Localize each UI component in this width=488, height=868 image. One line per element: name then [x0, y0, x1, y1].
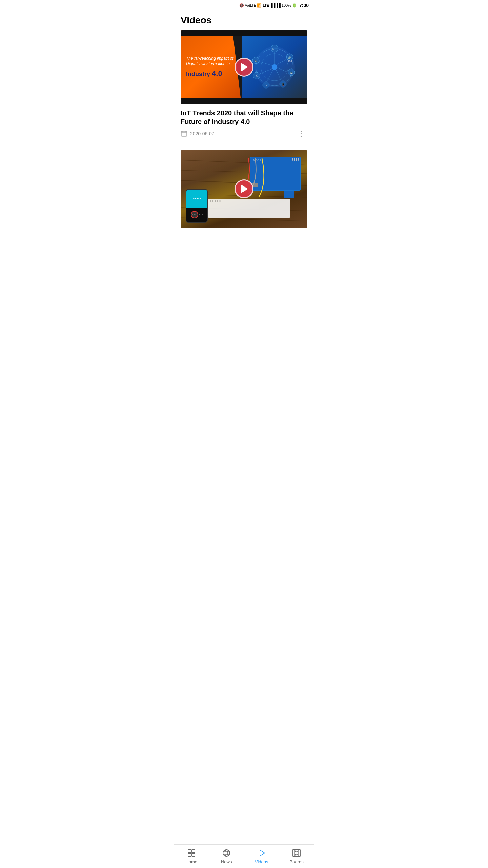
- letterbox-bottom: [181, 98, 307, 104]
- video-thumbnail-1[interactable]: The far-reaching impact of Digital Trans…: [181, 30, 307, 104]
- svg-text:IoT: IoT: [288, 59, 293, 63]
- iot-sphere-svg: ✈ 🔗 💻 📱 ☁ ⚙ 🔊 IoT: [252, 45, 297, 89]
- volte-icon: Vo)LTE: [245, 4, 256, 7]
- svg-text:💻: 💻: [290, 71, 293, 74]
- phone-device: 25.438 OFF 572: [186, 189, 208, 223]
- letterbox-top: [181, 30, 307, 36]
- breadboard: [208, 199, 290, 218]
- lte-icon: LTE: [263, 4, 269, 7]
- status-bar: 🔇 Vo)LTE 📶 LTE ▐▐▐▐ 100% 🔋 7:00: [174, 0, 314, 9]
- svg-rect-32: [185, 134, 186, 134]
- more-options-1[interactable]: ⋮: [295, 130, 307, 138]
- page-title: Videos: [174, 9, 314, 30]
- mute-icon: 🔇: [239, 3, 244, 8]
- video-date-text-1: 2020-06-07: [190, 131, 215, 136]
- thumbnail-main-title: Industry 4.0: [186, 69, 236, 78]
- video-title-1: IoT Trends 2020 that will Shape the Futu…: [181, 108, 307, 126]
- play-button-2[interactable]: [235, 179, 253, 198]
- video-card-2: MEGA: [181, 150, 307, 228]
- svg-rect-31: [184, 134, 185, 134]
- svg-text:📱: 📱: [281, 83, 284, 86]
- video-card-1: The far-reaching impact of Digital Trans…: [181, 30, 307, 140]
- clock: 7:00: [299, 3, 309, 8]
- svg-text:🔗: 🔗: [288, 56, 291, 59]
- battery-percent: 100%: [282, 3, 291, 7]
- calendar-icon-1: [181, 130, 187, 137]
- video-list: The far-reaching impact of Digital Trans…: [174, 30, 314, 228]
- status-icons: 🔇 Vo)LTE 📶 LTE ▐▐▐▐ 100% 🔋 7:00: [239, 3, 309, 8]
- video-meta-1: 2020-06-07 ⋮: [181, 130, 307, 138]
- svg-text:☁: ☁: [265, 84, 267, 87]
- thumbnail-subtitle: The far-reaching impact of Digital Trans…: [186, 56, 236, 66]
- thumbnail-highlight: 4.0: [212, 69, 222, 78]
- svg-point-10: [272, 64, 277, 70]
- svg-text:🔊: 🔊: [254, 59, 257, 62]
- svg-text:⚙: ⚙: [256, 75, 258, 77]
- battery-icon: 🔋: [292, 3, 297, 8]
- play-button-1[interactable]: [235, 58, 253, 77]
- video-thumbnail-2[interactable]: MEGA: [181, 150, 307, 228]
- signal-bars: ▐▐▐▐: [270, 3, 281, 7]
- video-list-container: The far-reaching impact of Digital Trans…: [174, 30, 314, 264]
- arduino-board: MEGA: [250, 157, 301, 191]
- svg-rect-30: [182, 134, 183, 134]
- svg-text:✈: ✈: [271, 48, 274, 51]
- wifi-icon: 📶: [257, 3, 262, 8]
- video-info-1: IoT Trends 2020 that will Shape the Futu…: [181, 104, 307, 140]
- thumbnail-left-panel: The far-reaching impact of Digital Trans…: [181, 30, 242, 104]
- video-date-1: 2020-06-07: [181, 130, 215, 137]
